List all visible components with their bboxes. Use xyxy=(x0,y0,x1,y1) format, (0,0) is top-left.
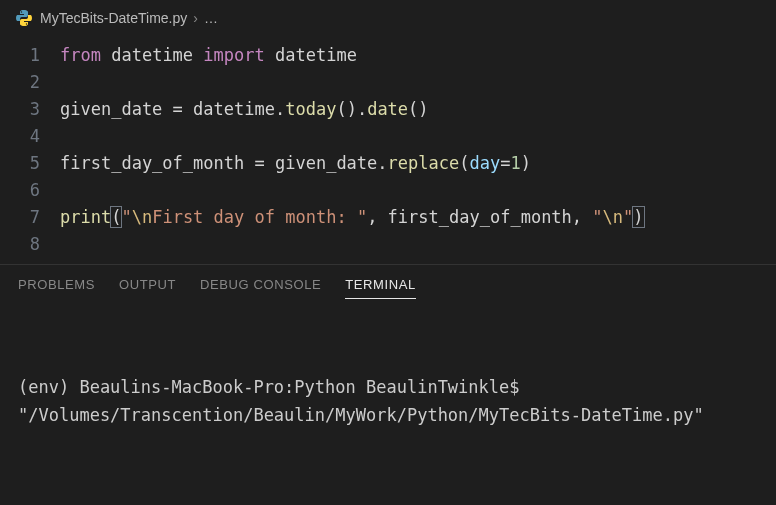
bottom-panel: PROBLEMSOUTPUTDEBUG CONSOLETERMINAL (env… xyxy=(0,264,776,505)
line-number-gutter: 12345678 xyxy=(0,42,60,258)
terminal-output[interactable]: (env) Beaulins-MacBook-Pro:Python Beauli… xyxy=(0,309,776,505)
line-number: 3 xyxy=(0,96,40,123)
code-line[interactable]: given_date = datetime.today().date() xyxy=(60,96,776,123)
breadcrumb-filename[interactable]: MyTecBits-DateTime.py xyxy=(40,10,187,26)
breadcrumb-ellipsis[interactable]: … xyxy=(204,10,218,26)
breadcrumb-separator: › xyxy=(193,10,198,26)
code-line[interactable] xyxy=(60,69,776,96)
line-number: 8 xyxy=(0,231,40,258)
code-line[interactable]: print("\nFirst day of month: ", first_da… xyxy=(60,204,776,231)
code-line[interactable]: first_day_of_month = given_date.replace(… xyxy=(60,150,776,177)
code-editor[interactable]: 12345678 from datetime import datetimegi… xyxy=(0,36,776,258)
line-number: 5 xyxy=(0,150,40,177)
panel-tab-output[interactable]: OUTPUT xyxy=(119,277,176,299)
breadcrumb[interactable]: MyTecBits-DateTime.py › … xyxy=(0,0,776,36)
code-line[interactable] xyxy=(60,231,776,258)
line-number: 7 xyxy=(0,204,40,231)
code-line[interactable] xyxy=(60,177,776,204)
code-area[interactable]: from datetime import datetimegiven_date … xyxy=(60,42,776,258)
line-number: 1 xyxy=(0,42,40,69)
panel-tabs: PROBLEMSOUTPUTDEBUG CONSOLETERMINAL xyxy=(0,265,776,309)
line-number: 2 xyxy=(0,69,40,96)
panel-tab-problems[interactable]: PROBLEMS xyxy=(18,277,95,299)
python-icon xyxy=(16,10,32,26)
panel-tab-debug-console[interactable]: DEBUG CONSOLE xyxy=(200,277,321,299)
line-number: 6 xyxy=(0,177,40,204)
panel-tab-terminal[interactable]: TERMINAL xyxy=(345,277,416,299)
line-number: 4 xyxy=(0,123,40,150)
code-line[interactable] xyxy=(60,123,776,150)
terminal-line: (env) Beaulins-MacBook-Pro:Python Beauli… xyxy=(18,373,758,429)
code-line[interactable]: from datetime import datetime xyxy=(60,42,776,69)
